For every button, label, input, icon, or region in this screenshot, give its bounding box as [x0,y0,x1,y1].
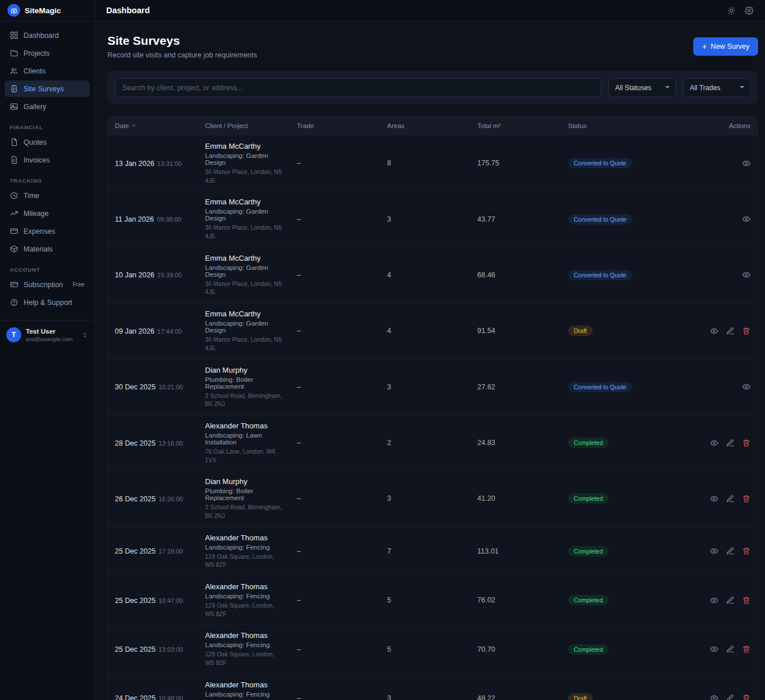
delete-button[interactable] [742,596,751,605]
sort-chevron-icon [131,123,137,129]
view-button[interactable] [710,494,718,503]
delete-button[interactable] [742,439,751,447]
survey-date: 11 Jan 2026 [115,215,154,223]
sidebar-section-title: TRACKING [5,169,90,187]
page-subtitle: Record site visits and capture job requi… [107,51,257,59]
edit-button[interactable] [726,596,735,605]
sidebar-item-gallery[interactable]: Gallery [5,98,90,115]
content: Site Surveys Record site visits and capt… [95,21,765,700]
trash-icon [742,327,751,335]
delete-button[interactable] [742,327,751,335]
edit-button[interactable] [726,645,735,653]
sidebar-item-label: Quotes [24,138,47,146]
pencil-icon [726,439,735,447]
survey-date: 30 Dec 2025 [115,383,156,391]
total-m2-value: 43.77 [470,191,561,247]
delete-button[interactable] [742,494,751,503]
areas-value: 3 [380,674,470,700]
search-input[interactable] [115,78,601,97]
trade-value: – [290,576,380,625]
view-button[interactable] [742,159,751,168]
trade-value: – [290,191,380,247]
delete-button[interactable] [742,694,751,700]
view-button[interactable] [742,215,751,223]
folder-icon [10,49,18,57]
sidebar-item-label: Materials [24,245,53,253]
survey-time: 17:18:00 [159,548,183,555]
edit-button[interactable] [726,494,735,503]
users-icon [10,67,18,75]
sidebar-section-title: ACCOUNT [5,258,90,276]
delete-button[interactable] [742,547,751,555]
edit-button[interactable] [726,547,735,555]
survey-date: 10 Jan 2026 [115,271,154,279]
view-button[interactable] [742,382,751,391]
trade-value: – [290,247,380,303]
pencil-icon [726,547,735,555]
free-badge: Free [72,281,84,288]
status-badge: Converted to Quote [568,214,632,225]
view-button[interactable] [710,645,718,653]
site-address: 36 Manor Place, London, N5 4JE [205,223,283,240]
sidebar-item-invoices[interactable]: Invoices [5,152,90,168]
new-survey-button[interactable]: + New Survey [693,37,758,56]
survey-date: 24 Dec 2025 [115,694,156,700]
site-address: 2 School Road, Birmingham, B5 2NJ [205,392,283,408]
sidebar-item-projects[interactable]: Projects [5,45,90,61]
areas-value: 3 [380,359,470,415]
help-icon [10,298,18,307]
total-m2-value: 48.22 [470,674,561,700]
view-button[interactable] [710,694,718,700]
status-badge: Draft [568,326,593,336]
app-logo: SiteMagic [0,0,94,21]
sidebar-item-clients[interactable]: Clients [5,63,90,79]
total-m2-value: 91.54 [470,303,561,359]
sidebar-item-subscription[interactable]: SubscriptionFree [5,276,90,293]
column-header-trade: Trade [290,117,380,136]
view-button[interactable] [710,327,718,335]
column-header-date[interactable]: Date [108,117,198,136]
eye-icon [742,382,751,391]
survey-time: 13:03:00 [159,646,183,653]
status-select[interactable]: All Statuses [608,78,676,97]
sidebar-item-mileage[interactable]: Mileage [5,205,90,222]
view-button[interactable] [710,439,718,447]
table-row: 28 Dec 202513:16:00Alexander ThomasLands… [108,415,758,470]
table-row: 25 Dec 202517:18:00Alexander ThomasLands… [108,527,758,575]
trash-icon [742,439,751,447]
plus-icon: + [702,42,706,51]
total-m2-value: 24.83 [470,415,561,470]
sidebar-item-dashboard[interactable]: Dashboard [5,27,90,44]
user-menu[interactable]: T Test User test@example.com [0,320,94,349]
trade-value: – [290,527,380,575]
sidebar-item-quotes[interactable]: Quotes [5,134,90,150]
survey-date: 25 Dec 2025 [115,645,156,653]
column-header-areas: Areas [380,117,470,136]
total-m2-value: 175.75 [470,136,561,191]
sidebar-item-label: Time [24,192,39,200]
sidebar-item-site-surveys[interactable]: Site Surveys [5,80,90,97]
status-badge: Completed [568,644,609,655]
delete-button[interactable] [742,645,751,653]
sidebar-item-materials[interactable]: Materials [5,241,90,257]
settings-button[interactable] [745,6,754,15]
edit-button[interactable] [726,439,735,447]
trade-select[interactable]: All Trades [683,78,751,97]
sidebar-item-expenses[interactable]: Expenses [5,223,90,239]
view-button[interactable] [710,547,718,555]
sidebar-item-help-support[interactable]: Help & Support [5,294,90,311]
client-name: Alexander Thomas [205,421,283,430]
view-button[interactable] [710,596,718,605]
document-icon [10,138,18,146]
client-name: Dian Murphy [205,366,283,374]
edit-button[interactable] [726,327,735,335]
edit-button[interactable] [726,694,735,700]
sidebar-item-time[interactable]: Time [5,187,90,204]
user-name: Test User [26,328,77,335]
image-icon [10,102,18,111]
areas-value: 2 [380,415,470,470]
sun-icon [727,6,736,15]
theme-toggle-button[interactable] [727,6,736,15]
trash-icon [742,494,751,503]
view-button[interactable] [742,270,751,279]
